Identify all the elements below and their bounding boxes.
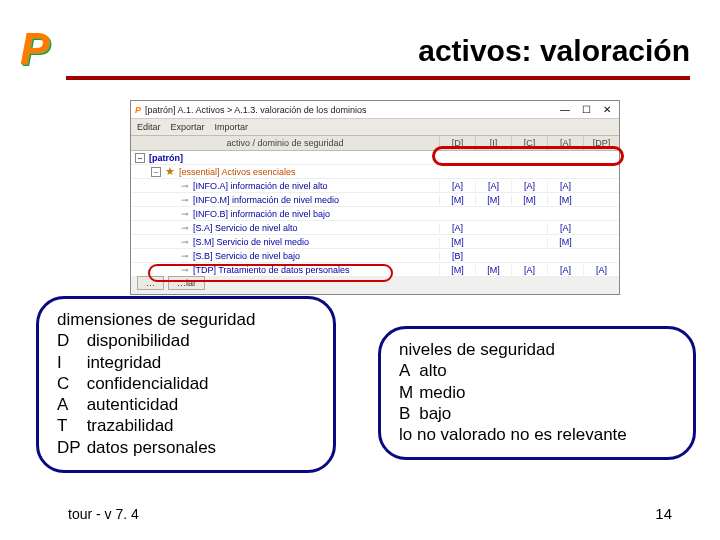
- dim-cell: [A]: [547, 223, 583, 233]
- app-icon: P: [135, 105, 141, 115]
- col-a: [A]: [547, 136, 583, 150]
- row-label: ⊸[S.A] Servicio de nivel alto: [131, 223, 439, 233]
- button-bar: … …iar: [137, 276, 205, 290]
- row-label: ⊸[INFO.A] información de nivel alto: [131, 181, 439, 191]
- app-window: P [patrón] A.1. Activos > A.1.3. valorac…: [130, 100, 620, 295]
- dim-cell: [A]: [547, 265, 583, 275]
- dim-cell: [M]: [475, 195, 511, 205]
- row-label: ⊸[TDP] Tratamiento de datos personales: [131, 265, 439, 275]
- callout-left-header: dimensiones de seguridad: [57, 309, 315, 330]
- dim-cell: [M]: [475, 265, 511, 275]
- maximize-button[interactable]: ☐: [582, 104, 591, 115]
- callout-right-table: Aalto Mmedio Bbajo: [399, 360, 471, 424]
- callout-left-table: Ddisponibilidad Iintegridad Cconfidencia…: [57, 330, 222, 458]
- row-label: ⊸[INFO.M] información de nivel medio: [131, 195, 439, 205]
- window-title: [patrón] A.1. Activos > A.1.3. valoració…: [145, 105, 560, 115]
- minimize-button[interactable]: —: [560, 104, 570, 115]
- col-label: activo / dominio de seguridad: [131, 136, 439, 150]
- leaf-icon: ⊸: [181, 181, 189, 191]
- dim-cell: [A]: [583, 265, 619, 275]
- callout-niveles: niveles de seguridad Aalto Mmedio Bbajo …: [378, 326, 696, 460]
- dim-cell: [A]: [511, 181, 547, 191]
- toggle-icon[interactable]: –: [135, 153, 145, 163]
- close-button[interactable]: ✕: [603, 104, 611, 115]
- table-row[interactable]: ⊸[S.B] Servicio de nivel bajo[B]: [131, 249, 619, 263]
- callout-dimensiones: dimensiones de seguridad Ddisponibilidad…: [36, 296, 336, 473]
- dim-cell: [A]: [475, 181, 511, 191]
- logo-p: P: [20, 24, 49, 74]
- table-row[interactable]: ⊸[INFO.M] información de nivel medio[M][…: [131, 193, 619, 207]
- table-row[interactable]: ⊸[S.A] Servicio de nivel alto[A][A]: [131, 221, 619, 235]
- tree-root[interactable]: –[patrón]: [131, 151, 619, 165]
- row-label: ⊸[S.M] Servicio de nivel medio: [131, 237, 439, 247]
- leaf-icon: ⊸: [181, 223, 189, 233]
- dim-cell: [M]: [547, 237, 583, 247]
- app-button-1[interactable]: …: [137, 276, 164, 290]
- dim-cell: [M]: [547, 195, 583, 205]
- col-c: [C]: [511, 136, 547, 150]
- dim-cell: [M]: [439, 195, 475, 205]
- menu-importar[interactable]: Importar: [215, 122, 249, 132]
- menu-exportar[interactable]: Exportar: [171, 122, 205, 132]
- row-label: ⊸[S.B] Servicio de nivel bajo: [131, 251, 439, 261]
- col-i: [I]: [475, 136, 511, 150]
- dim-cell: [M]: [439, 265, 475, 275]
- title-underline: [66, 76, 690, 80]
- menu-editar[interactable]: Editar: [137, 122, 161, 132]
- leaf-icon: ⊸: [181, 251, 189, 261]
- category-label: [essential] Activos esenciales: [179, 167, 296, 177]
- row-label: ⊸[INFO.B] información de nivel bajo: [131, 209, 439, 219]
- columns-header: activo / dominio de seguridad [D] [I] [C…: [131, 135, 619, 151]
- callout-right-note: lo no valorado no es relevante: [399, 424, 675, 445]
- table-row[interactable]: ⊸[TDP] Tratamiento de datos personales[M…: [131, 263, 619, 277]
- dim-cell: [A]: [511, 265, 547, 275]
- tree-area: –[patrón] –★[essential] Activos esencial…: [131, 151, 619, 277]
- app-button-2[interactable]: …iar: [168, 276, 205, 290]
- leaf-icon: ⊸: [181, 237, 189, 247]
- dim-cell: [M]: [511, 195, 547, 205]
- leaf-icon: ⊸: [181, 195, 189, 205]
- slide-title: activos: valoración: [418, 34, 690, 68]
- dim-cell: [A]: [439, 181, 475, 191]
- menubar: Editar Exportar Importar: [131, 119, 619, 135]
- dim-cell: [A]: [439, 223, 475, 233]
- root-label: [patrón]: [149, 153, 183, 163]
- leaf-icon: ⊸: [181, 265, 189, 275]
- callout-right-header: niveles de seguridad: [399, 339, 675, 360]
- dim-cell: [A]: [547, 181, 583, 191]
- toggle-icon[interactable]: –: [151, 167, 161, 177]
- page-number: 14: [655, 505, 672, 522]
- leaf-icon: ⊸: [181, 209, 189, 219]
- dim-cell: [B]: [439, 251, 475, 261]
- titlebar: P [patrón] A.1. Activos > A.1.3. valorac…: [131, 101, 619, 119]
- table-row[interactable]: ⊸[INFO.B] información de nivel bajo: [131, 207, 619, 221]
- star-icon: ★: [165, 165, 175, 178]
- table-row[interactable]: ⊸[INFO.A] información de nivel alto[A][A…: [131, 179, 619, 193]
- col-d: [D]: [439, 136, 475, 150]
- table-row[interactable]: ⊸[S.M] Servicio de nivel medio[M][M]: [131, 235, 619, 249]
- col-dp: [DP]: [583, 136, 619, 150]
- footer-tour: tour - v 7. 4: [68, 506, 139, 522]
- tree-category[interactable]: –★[essential] Activos esenciales: [131, 165, 619, 179]
- dim-cell: [M]: [439, 237, 475, 247]
